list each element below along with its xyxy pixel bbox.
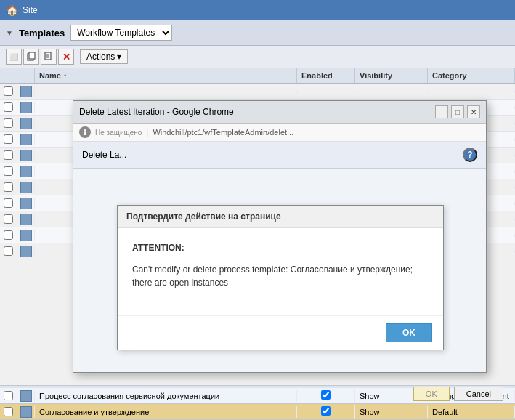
edit-icon (44, 51, 54, 62)
copy-button[interactable] (23, 49, 39, 65)
actions-chevron-icon: ▾ (117, 52, 121, 62)
security-badge: Не защищено (95, 129, 142, 137)
row-checkbox[interactable] (4, 230, 13, 240)
chrome-title: Delete Latest Iteration - Google Chrome (79, 107, 234, 117)
dialog-title: Delete La... (82, 150, 126, 160)
row-checkbox[interactable] (4, 150, 13, 160)
toolbar: ⬜ ✕ Actions ▾ (0, 46, 515, 68)
row-icon (20, 102, 32, 113)
row-icon (20, 86, 32, 97)
row-checkbox[interactable] (4, 118, 13, 128)
alert-title: Подтвердите действие на странице (126, 211, 281, 222)
row-icon (20, 214, 32, 225)
row-icon (20, 198, 32, 209)
dialog-title-bar: Delete La... ? (73, 142, 486, 169)
chrome-controls: – □ ✕ (435, 105, 480, 118)
alert-message: Can't modify or delete process template:… (132, 263, 429, 289)
col-enabled[interactable]: Enabled (297, 68, 355, 83)
alert-footer: OK (118, 315, 443, 350)
alert-dialog: Подтвердите действие на странице ATTENTI… (117, 205, 444, 350)
row-checkbox[interactable] (4, 198, 13, 208)
row-visibility: Show (355, 406, 428, 418)
row-category: Default (428, 406, 515, 418)
row-enabled (297, 389, 355, 403)
templates-label: Templates (19, 28, 65, 39)
row-name: Согласование и утверждение (35, 406, 297, 418)
row-visibility (355, 90, 428, 93)
new-icon: ⬜ (9, 53, 18, 61)
close-button[interactable]: ✕ (467, 105, 480, 118)
row-checkbox[interactable] (4, 166, 13, 176)
table-header: Name ↑ Enabled Visibility Category (0, 68, 515, 84)
edit-button[interactable] (41, 49, 57, 65)
address-text[interactable]: Windchill/ptc1/wfTemplateAdmin/delet... (153, 128, 480, 137)
row-name: Процесс согласования сервисной документа… (35, 390, 297, 402)
templates-expand-icon[interactable]: ▼ (6, 29, 13, 37)
row-enabled (297, 90, 355, 93)
chrome-window: Delete Latest Iteration - Google Chrome … (73, 100, 487, 373)
alert-body: ATTENTION: Can't modify or delete proces… (118, 228, 443, 315)
row-checkbox[interactable] (4, 182, 13, 192)
new-button[interactable]: ⬜ (6, 49, 22, 65)
top-bar: 🏠 Site (0, 0, 515, 20)
security-label: Не защищено (95, 129, 142, 137)
row-checkbox[interactable] (4, 86, 13, 96)
row-name (35, 90, 297, 93)
page-ok-button[interactable]: OK (413, 387, 450, 401)
row-icon (20, 230, 32, 241)
row-checkbox[interactable] (4, 214, 13, 224)
row-checkbox[interactable] (4, 246, 13, 256)
row-icon (20, 246, 32, 257)
bottom-data-row-highlighted: Согласование и утверждение Show Default (0, 404, 515, 420)
alert-ok-button[interactable]: OK (386, 323, 432, 342)
alert-titlebar: Подтвердите действие на странице (118, 206, 443, 228)
help-button[interactable]: ? (463, 148, 477, 162)
col-category[interactable]: Category (428, 68, 515, 83)
svg-rect-1 (29, 52, 35, 59)
actions-label: Actions (86, 52, 115, 62)
row-category (428, 90, 515, 93)
row-checkbox[interactable] (4, 102, 13, 112)
col-visibility[interactable]: Visibility (355, 68, 428, 83)
minimize-button[interactable]: – (435, 105, 448, 118)
row-enabled-checkbox[interactable] (321, 390, 331, 400)
row-icon (20, 182, 32, 193)
col-checkbox (0, 68, 17, 83)
delete-button[interactable]: ✕ (58, 49, 74, 65)
table-row (0, 84, 515, 100)
row-icon (20, 406, 32, 418)
row-checkbox[interactable] (4, 407, 13, 416)
security-icon: ℹ (79, 126, 91, 138)
row-icon (20, 134, 32, 145)
templates-header: ▼ Templates Workflow Templates (0, 20, 515, 46)
row-checkbox[interactable] (4, 391, 13, 400)
home-icon[interactable]: 🏠 (6, 4, 18, 16)
row-icon (20, 118, 32, 129)
chrome-titlebar: Delete Latest Iteration - Google Chrome … (73, 101, 486, 124)
row-icon (20, 166, 32, 177)
row-checkbox[interactable] (4, 134, 13, 144)
row-enabled-checkbox[interactable] (321, 406, 331, 416)
col-icon (17, 68, 35, 83)
site-title: Site (23, 5, 38, 15)
row-icon (20, 390, 32, 402)
actions-button[interactable]: Actions ▾ (80, 49, 128, 64)
workflow-templates-select[interactable]: Workflow Templates (70, 25, 172, 41)
row-icon (20, 150, 32, 161)
page-action-buttons: OK Cancel (413, 387, 503, 401)
chrome-dialog-content: Delete La... ? Подтвердите действие на с… (73, 142, 486, 372)
delete-icon: ✕ (62, 52, 70, 62)
copy-icon (26, 51, 36, 62)
row-enabled (297, 405, 355, 419)
main-area: ▼ Templates Workflow Templates ⬜ ✕ Actio… (0, 20, 515, 420)
maximize-button[interactable]: □ (451, 105, 464, 118)
col-name[interactable]: Name ↑ (35, 68, 297, 83)
attention-label: ATTENTION: (132, 243, 429, 253)
page-cancel-button[interactable]: Cancel (454, 387, 503, 401)
chrome-addressbar: ℹ Не защищено | Windchill/ptc1/wfTemplat… (73, 124, 486, 142)
